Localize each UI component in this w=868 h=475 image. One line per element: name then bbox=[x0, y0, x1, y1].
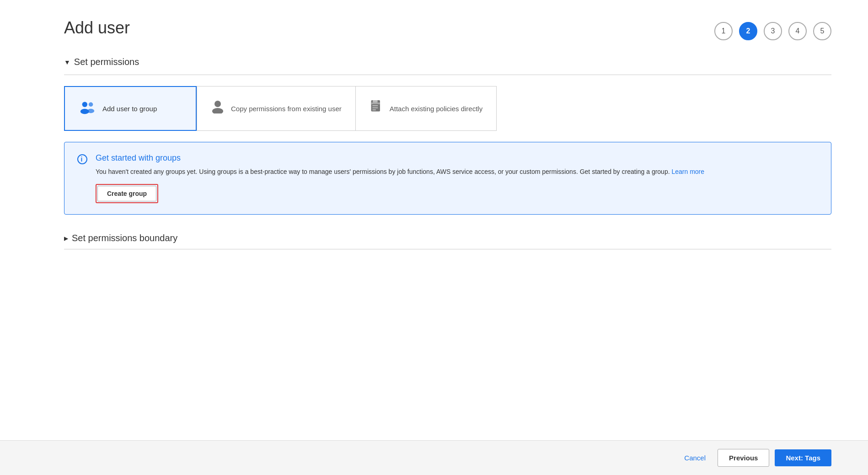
step-2[interactable]: 2 bbox=[739, 22, 757, 40]
tab-copy-label: Copy permissions from existing user bbox=[231, 104, 342, 113]
document-icon bbox=[370, 100, 383, 117]
collapse-arrow-boundary[interactable]: ▶ bbox=[64, 235, 68, 242]
svg-text:i: i bbox=[81, 156, 83, 163]
info-title: Get started with groups bbox=[96, 153, 704, 163]
svg-rect-11 bbox=[373, 100, 378, 103]
create-group-button[interactable]: Create group bbox=[97, 186, 156, 201]
tab-add-user-label: Add user to group bbox=[102, 104, 157, 113]
tab-attach-label: Attach existing policies directly bbox=[390, 104, 482, 113]
boundary-section-title: Set permissions boundary bbox=[72, 233, 177, 243]
svg-point-5 bbox=[212, 108, 223, 113]
info-content: Get started with groups You haven't crea… bbox=[96, 153, 704, 203]
svg-point-2 bbox=[89, 103, 93, 107]
permissions-boundary-section: ▶ Set permissions boundary bbox=[64, 233, 831, 249]
collapse-arrow-permissions[interactable]: ▼ bbox=[64, 59, 70, 66]
footer: Cancel Previous Next: Tags bbox=[0, 440, 868, 475]
person-icon bbox=[211, 100, 225, 117]
tab-add-user-to-group[interactable]: Add user to group bbox=[64, 86, 197, 131]
learn-more-link[interactable]: Learn more bbox=[671, 168, 704, 175]
boundary-divider bbox=[64, 249, 831, 249]
permissions-divider bbox=[64, 75, 831, 75]
info-description: You haven't created any groups yet. Usin… bbox=[96, 167, 704, 177]
tab-attach-policies[interactable]: Attach existing policies directly bbox=[356, 86, 497, 131]
step-1[interactable]: 1 bbox=[714, 22, 733, 40]
group-icon bbox=[79, 98, 96, 119]
step-3[interactable]: 3 bbox=[764, 22, 782, 40]
info-box: i Get started with groups You haven't cr… bbox=[64, 142, 831, 215]
set-permissions-section: ▼ Set permissions bbox=[64, 57, 831, 67]
previous-button[interactable]: Previous bbox=[718, 449, 769, 467]
step-indicators: 1 2 3 4 5 bbox=[714, 22, 831, 40]
tab-copy-permissions[interactable]: Copy permissions from existing user bbox=[197, 86, 356, 131]
create-group-button-wrapper: Create group bbox=[96, 184, 158, 203]
next-button[interactable]: Next: Tags bbox=[775, 449, 831, 466]
boundary-header: ▶ Set permissions boundary bbox=[64, 233, 831, 243]
svg-rect-8 bbox=[372, 105, 378, 106]
svg-point-4 bbox=[214, 101, 221, 107]
step-4[interactable]: 4 bbox=[788, 22, 807, 40]
svg-point-0 bbox=[82, 102, 87, 107]
permission-tabs: Add user to group Copy permissions from … bbox=[64, 86, 831, 131]
svg-rect-9 bbox=[372, 108, 378, 108]
page-title: Add user bbox=[64, 18, 130, 38]
header-row: Add user 1 2 3 4 5 bbox=[64, 18, 831, 40]
svg-rect-10 bbox=[372, 109, 376, 110]
svg-rect-7 bbox=[371, 103, 380, 104]
info-icon: i bbox=[77, 154, 87, 167]
step-5[interactable]: 5 bbox=[813, 22, 831, 40]
permissions-section-title: Set permissions bbox=[74, 57, 139, 67]
svg-point-3 bbox=[87, 109, 94, 113]
cancel-button[interactable]: Cancel bbox=[678, 450, 712, 465]
